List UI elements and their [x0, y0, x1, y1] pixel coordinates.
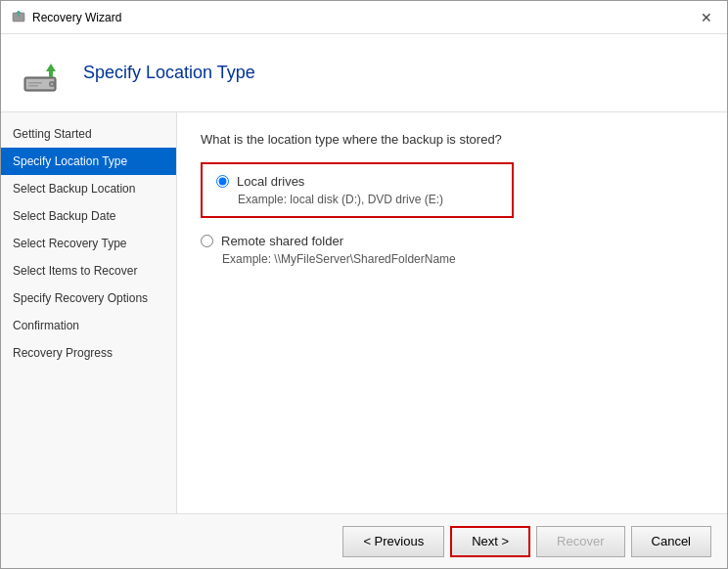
- sidebar-item-recovery-progress[interactable]: Recovery Progress: [1, 339, 176, 367]
- remote-folder-radio[interactable]: [201, 235, 213, 247]
- svg-rect-6: [28, 85, 38, 87]
- content-area: Getting Started Specify Location Type Se…: [1, 112, 727, 513]
- recovery-wizard-window: Recovery Wizard ✕ Specify Location Type: [0, 0, 728, 569]
- remote-folder-description: Example: \\MyFileServer\SharedFolderName: [222, 252, 704, 266]
- sidebar-item-getting-started[interactable]: Getting Started: [1, 120, 176, 148]
- page-title: Specify Location Type: [83, 63, 255, 83]
- local-drives-label[interactable]: Local drives: [216, 174, 498, 189]
- sidebar-item-select-backup-date[interactable]: Select Backup Date: [1, 202, 176, 230]
- remote-folder-option-group: Remote shared folder Example: \\MyFileSe…: [201, 230, 704, 270]
- close-button[interactable]: ✕: [696, 7, 717, 28]
- sidebar-item-specify-location-type[interactable]: Specify Location Type: [1, 148, 176, 175]
- sidebar-item-select-recovery-type[interactable]: Select Recovery Type: [1, 230, 176, 257]
- svg-point-4: [51, 82, 54, 85]
- question-text: What is the location type where the back…: [201, 132, 704, 147]
- local-drives-option-box: Local drives Example: local disk (D:), D…: [201, 162, 514, 218]
- title-bar-text: Recovery Wizard: [32, 11, 121, 24]
- sidebar-item-confirmation[interactable]: Confirmation: [1, 312, 176, 339]
- title-bar-left: Recovery Wizard: [11, 10, 121, 25]
- sidebar-item-specify-recovery-options[interactable]: Specify Recovery Options: [1, 284, 176, 312]
- svg-rect-5: [28, 82, 42, 84]
- remote-folder-label[interactable]: Remote shared folder: [201, 234, 704, 248]
- title-bar: Recovery Wizard ✕: [1, 1, 727, 34]
- previous-button[interactable]: < Previous: [342, 526, 444, 557]
- local-drives-description: Example: local disk (D:), DVD drive (E:): [238, 193, 498, 206]
- main-content: What is the location type where the back…: [177, 112, 727, 513]
- sidebar-item-select-backup-location[interactable]: Select Backup Location: [1, 175, 176, 202]
- svg-rect-7: [49, 71, 53, 77]
- footer: < Previous Next > Recover Cancel: [1, 513, 727, 568]
- cancel-button[interactable]: Cancel: [631, 526, 711, 557]
- remote-folder-text: Remote shared folder: [221, 234, 343, 248]
- window-icon: [11, 10, 26, 25]
- recover-button[interactable]: Recover: [536, 526, 624, 557]
- next-button[interactable]: Next >: [450, 526, 530, 557]
- local-drives-radio[interactable]: [216, 175, 229, 188]
- backup-restore-icon: [21, 50, 68, 97]
- sidebar-item-select-items-to-recover[interactable]: Select Items to Recover: [1, 257, 176, 284]
- local-drives-text: Local drives: [237, 174, 304, 189]
- header-area: Specify Location Type: [1, 34, 727, 112]
- header-icon: [21, 50, 68, 97]
- sidebar: Getting Started Specify Location Type Se…: [1, 112, 177, 513]
